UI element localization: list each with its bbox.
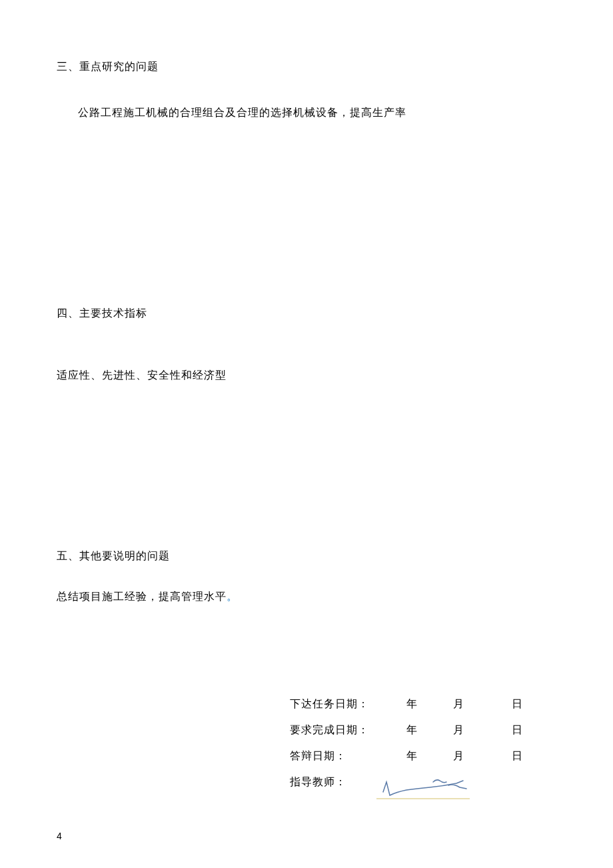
signature-icon bbox=[370, 769, 476, 805]
page-number: 4 bbox=[57, 831, 62, 841]
section-5-other-issues: 五、其他要说明的问题 总结项目施工经验，提高管理水平。 bbox=[57, 549, 556, 604]
day-unit: 日 bbox=[470, 749, 523, 763]
task-date-label: 下达任务日期： bbox=[290, 697, 376, 711]
section-3-heading: 三、重点研究的问题 bbox=[57, 60, 556, 74]
day-unit: 日 bbox=[470, 697, 523, 711]
section-3-key-research: 三、重点研究的问题 公路工程施工机械的合理组合及合理的选择机械设备，提高生产率 bbox=[57, 60, 556, 120]
section-5-period: 。 bbox=[227, 591, 238, 602]
year-unit: 年 bbox=[376, 723, 423, 737]
defense-date-row: 答辩日期： 年 月 日 bbox=[290, 749, 556, 763]
month-unit: 月 bbox=[423, 749, 470, 763]
section-4-technical-indicators: 四、主要技术指标 适应性、先进性、安全性和经济型 bbox=[57, 307, 556, 383]
completion-date-row: 要求完成日期： 年 月 日 bbox=[290, 723, 556, 737]
section-5-content: 总结项目施工经验，提高管理水平。 bbox=[57, 590, 556, 604]
year-unit: 年 bbox=[376, 749, 423, 763]
defense-date-label: 答辩日期： bbox=[290, 749, 376, 763]
section-4-content: 适应性、先进性、安全性和经济型 bbox=[57, 369, 556, 383]
month-unit: 月 bbox=[423, 697, 470, 711]
day-unit: 日 bbox=[470, 723, 523, 737]
completion-date-label: 要求完成日期： bbox=[290, 723, 376, 737]
section-3-content: 公路工程施工机械的合理组合及合理的选择机械设备，提高生产率 bbox=[57, 106, 556, 120]
month-unit: 月 bbox=[423, 723, 470, 737]
section-5-text: 总结项目施工经验，提高管理水平 bbox=[57, 591, 227, 602]
date-block: 下达任务日期： 年 月 日 要求完成日期： 年 月 日 答辩日期： 年 月 日 … bbox=[290, 697, 556, 789]
year-unit: 年 bbox=[376, 697, 423, 711]
section-5-heading: 五、其他要说明的问题 bbox=[57, 549, 556, 563]
advisor-row: 指导教师： bbox=[290, 775, 556, 789]
advisor-label: 指导教师： bbox=[290, 775, 376, 789]
task-date-row: 下达任务日期： 年 月 日 bbox=[290, 697, 556, 711]
section-4-heading: 四、主要技术指标 bbox=[57, 307, 556, 321]
